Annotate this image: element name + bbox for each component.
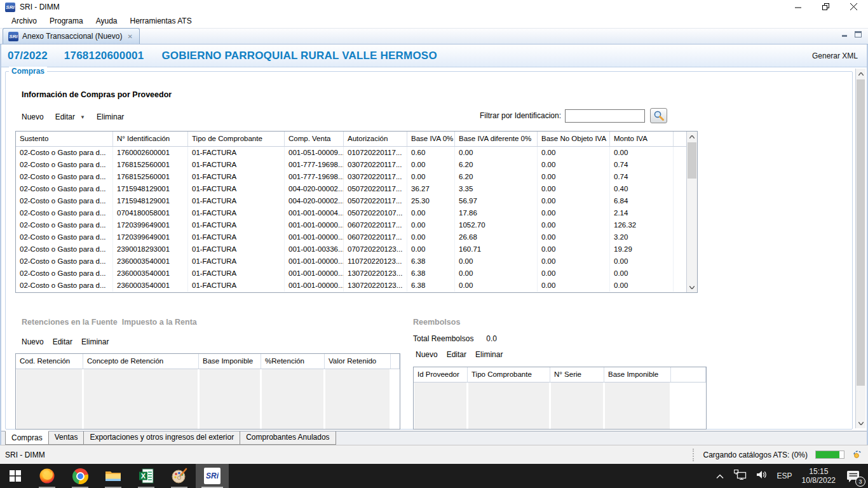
sri-dimm-taskbar-button[interactable]: SRi	[196, 464, 229, 488]
table-row[interactable]: 02-Costo o Gasto para d...23600035400010…	[16, 255, 686, 268]
column-header[interactable]: Autorización	[344, 132, 407, 146]
column-header[interactable]: Base No Objeto IVA	[538, 132, 610, 146]
table-cell: 2360003540001	[113, 280, 188, 292]
empty-column	[200, 369, 260, 429]
table-cell: 0.00	[455, 280, 538, 292]
start-button[interactable]	[0, 464, 31, 488]
chrome-taskbar-button[interactable]	[64, 464, 97, 488]
table-cell: 001-001-00004...	[285, 207, 344, 219]
table-row[interactable]: 02-Costo o Gasto para d...17159481290010…	[16, 183, 686, 195]
compras-group-label: Compras	[9, 67, 47, 76]
scroll-up-icon[interactable]	[687, 132, 697, 142]
tab-anexo-transaccional[interactable]: SRi Anexo Transaccional (Nuevo) ✕	[3, 28, 140, 44]
column-header[interactable]: Tipo de Comprobante	[188, 132, 285, 146]
view-scroll-down-icon[interactable]	[856, 418, 865, 428]
column-header[interactable]: Base IVA diferente 0%	[455, 132, 538, 146]
minimize-view-icon[interactable]	[841, 29, 848, 40]
column-header[interactable]: Base Imponible	[199, 354, 261, 369]
tab-compras[interactable]: Compras	[5, 431, 49, 445]
table-row[interactable]: 02-Costo o Gasto para d...17203996490010…	[16, 219, 686, 231]
table-row[interactable]: 02-Costo o Gasto para d...17681525600010…	[16, 171, 686, 183]
tab-exportaciones[interactable]: Exportaciones y otros ingresos del exter…	[83, 431, 240, 445]
table-row[interactable]: 02-Costo o Gasto para d...23900182930010…	[16, 243, 686, 255]
column-header[interactable]: Base IVA 0%	[407, 132, 455, 146]
scrollbar-thumb[interactable]	[688, 142, 696, 179]
table-row[interactable]: 02-Costo o Gasto para d...17159481290010…	[16, 195, 686, 207]
table-cell: 0.00	[455, 255, 538, 268]
network-icon[interactable]	[734, 470, 747, 482]
column-header[interactable]: Monto IVA	[610, 132, 674, 146]
table-header-row: Cod. RetenciónConcepto de RetenciónBase …	[16, 354, 400, 369]
language-indicator[interactable]: ESP	[777, 471, 792, 480]
action-center-button[interactable]: 3	[845, 468, 862, 484]
table-cell: 0.00	[538, 231, 610, 243]
table-cell: 030720220117...	[344, 171, 407, 183]
table-cell: 01-FACTURA	[188, 243, 285, 255]
column-header[interactable]: Base Imponible	[604, 367, 671, 382]
table-row[interactable]: 02-Costo o Gasto para d...23600035400010…	[16, 268, 686, 280]
column-header[interactable]: %Retención	[261, 354, 325, 369]
column-header[interactable]: Valor Retenido	[325, 354, 391, 369]
table-cell: 01-FACTURA	[188, 183, 285, 195]
restore-button[interactable]	[822, 3, 830, 11]
filter-input[interactable]	[565, 109, 645, 123]
view-scrollbar-thumb[interactable]	[857, 79, 865, 386]
minimize-button[interactable]	[795, 4, 802, 11]
column-header[interactable]: Tipo Comprobante	[468, 367, 550, 382]
reembolsos-title: Reembolsos	[413, 318, 460, 327]
volume-icon[interactable]	[756, 470, 768, 482]
generar-xml-button[interactable]: Generar XML	[812, 51, 858, 60]
scroll-down-icon[interactable]	[687, 282, 697, 292]
ret-eliminar-button[interactable]: Eliminar	[81, 337, 109, 346]
status-text: SRI - DIMM	[5, 451, 45, 459]
table-row[interactable]: 02-Costo o Gasto para d...07041800580010…	[16, 207, 686, 219]
close-button[interactable]	[850, 3, 858, 11]
window-title: SRI - DIMM	[20, 3, 60, 11]
table-cell: 1052.70	[455, 219, 538, 231]
nuevo-button[interactable]: Nuevo	[22, 112, 44, 121]
table-row[interactable]: 02-Costo o Gasto para d...23600035400010…	[16, 280, 686, 292]
menu-herramientas-ats[interactable]: Herramientas ATS	[124, 15, 198, 27]
clock[interactable]: 15:15 10/8/2022	[802, 467, 836, 485]
table-row[interactable]: 02-Costo o Gasto para d...17600026000010…	[16, 147, 686, 159]
tab-comprobantes-anulados[interactable]: Comprobantes Anulados	[240, 431, 336, 445]
editar-button[interactable]: Editar	[55, 112, 75, 121]
view-scroll-up-icon[interactable]	[856, 69, 865, 79]
column-header[interactable]: N° Serie	[550, 367, 604, 382]
table-cell: 0.00	[538, 159, 610, 171]
file-explorer-taskbar-button[interactable]	[97, 464, 130, 488]
column-header[interactable]: Cod. Retención	[16, 354, 83, 369]
status-grip	[693, 449, 695, 461]
firefox-taskbar-button[interactable]	[31, 464, 64, 488]
column-header[interactable]: Sustento	[16, 132, 113, 146]
tab-ventas[interactable]: Ventas	[48, 431, 85, 445]
maximize-view-icon[interactable]	[855, 29, 862, 40]
search-button[interactable]	[650, 108, 667, 123]
view-scrollbar[interactable]	[855, 69, 865, 428]
column-header[interactable]: Id Proveedor	[414, 367, 468, 382]
paint-taskbar-button[interactable]	[163, 464, 196, 488]
menu-ayuda[interactable]: Ayuda	[90, 15, 124, 27]
excel-taskbar-button[interactable]: X	[130, 464, 163, 488]
show-hidden-icons-chevron[interactable]	[715, 470, 724, 482]
menu-programa[interactable]: Programa	[43, 15, 90, 27]
table-scrollbar[interactable]	[686, 132, 697, 292]
table-cell: 0.74	[610, 171, 674, 183]
table-row[interactable]: 02-Costo o Gasto para d...17681525600010…	[16, 159, 686, 171]
table-cell: 6.20	[455, 171, 538, 183]
menu-archivo[interactable]: Archivo	[5, 15, 43, 27]
editar-dropdown-icon[interactable]: ▼	[80, 114, 85, 120]
column-header[interactable]: N° Identificación	[113, 132, 188, 146]
reemb-nuevo-button[interactable]: Nuevo	[416, 350, 438, 359]
table-cell: 0.00	[538, 219, 610, 231]
reembolsos-toolbar: Nuevo Editar Eliminar	[416, 350, 503, 359]
column-header[interactable]: Comp. Venta	[285, 132, 344, 146]
reemb-editar-button[interactable]: Editar	[447, 350, 466, 359]
table-row[interactable]: 02-Costo o Gasto para d...17203996490010…	[16, 231, 686, 243]
ret-nuevo-button[interactable]: Nuevo	[22, 337, 44, 346]
column-header[interactable]: Concepto de Retención	[83, 354, 199, 369]
eliminar-button[interactable]: Eliminar	[97, 112, 124, 121]
ret-editar-button[interactable]: Editar	[53, 337, 72, 346]
reemb-eliminar-button[interactable]: Eliminar	[475, 350, 503, 359]
tab-close-icon[interactable]: ✕	[126, 33, 133, 40]
